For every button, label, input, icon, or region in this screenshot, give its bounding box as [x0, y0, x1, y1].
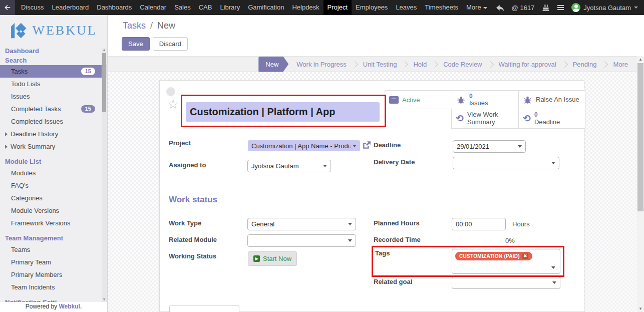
- webkul-logo[interactable]: WEBKUL: [0, 15, 107, 46]
- user-menu[interactable]: Jyotsna Gautam: [571, 3, 638, 12]
- sidebar-item-module-versions[interactable]: Module Versions: [0, 204, 107, 217]
- mention-counter[interactable]: @ 1617: [512, 4, 535, 12]
- active-toggle-button[interactable]: Active: [385, 91, 452, 109]
- sidebar-header-search[interactable]: Search: [0, 56, 107, 65]
- footer-brand-link[interactable]: Webkul.: [59, 303, 82, 310]
- deadline-field-value: 29/01/2021: [457, 143, 516, 150]
- stage-unit-testing[interactable]: Unit Testing: [357, 61, 403, 68]
- sidebar-header-team-management[interactable]: Team Management: [0, 233, 107, 243]
- sidebar-item-completed-issues[interactable]: Completed Issues: [0, 115, 107, 128]
- nav-item-discuss[interactable]: Discuss: [17, 0, 48, 15]
- nav-item-helpdesk[interactable]: Helpdesk: [288, 0, 323, 15]
- stage-code-review[interactable]: Code Review: [437, 61, 488, 68]
- deadline-count-button[interactable]: ⟲ 0Deadline: [518, 109, 585, 128]
- sidebar-item-issues[interactable]: Issues: [0, 90, 107, 103]
- reply-icon[interactable]: [496, 4, 504, 12]
- sidebar-item-work-summary[interactable]: Work Summary: [0, 140, 107, 153]
- project-field-label: Project: [169, 139, 191, 147]
- related-module-field-input[interactable]: [247, 234, 356, 247]
- sidebar-item-tasks[interactable]: Tasks 15: [0, 65, 107, 78]
- nav-item-leaves[interactable]: Leaves: [392, 0, 421, 15]
- task-title-input[interactable]: Customization | Platform | App: [186, 102, 380, 122]
- scroll-down-icon[interactable]: ▼: [102, 297, 107, 302]
- favorite-star-icon[interactable]: ☆: [167, 98, 179, 111]
- main-content-area: ☆ Customization | Platform | App Active …: [108, 72, 637, 312]
- notebook-tab-stub[interactable]: [169, 305, 239, 312]
- nav-item-timesheets[interactable]: Timesheets: [421, 0, 462, 15]
- nav-item-employees[interactable]: Employees: [352, 0, 392, 15]
- scroll-down-icon[interactable]: ▼: [637, 305, 644, 312]
- hamburger-menu-icon[interactable]: [557, 5, 564, 10]
- dropdown-caret-icon: [348, 223, 352, 225]
- sidebar-item-deadline-history[interactable]: Deadline History: [0, 128, 107, 140]
- work-type-field-input[interactable]: General: [247, 218, 356, 230]
- sidebar-header-module-list[interactable]: Module List: [0, 157, 107, 167]
- tasks-count-badge: 15: [81, 68, 95, 75]
- tag-remove-icon[interactable]: ✖: [522, 253, 528, 259]
- stage-new[interactable]: New: [258, 57, 288, 72]
- stage-work-in-progress[interactable]: Work in Progress: [290, 61, 352, 68]
- scroll-up-icon[interactable]: ▲: [102, 48, 107, 53]
- stage-more[interactable]: More: [607, 61, 634, 68]
- sidebar-item-framework-versions[interactable]: Framework Versions: [0, 217, 107, 229]
- history-icon: ⟲: [523, 114, 531, 123]
- related-goal-field-input[interactable]: [452, 276, 560, 289]
- assigned-to-field-input[interactable]: Jyotsna Gautam: [247, 160, 331, 172]
- issues-button[interactable]: 0Issues: [452, 91, 518, 109]
- stage-pending[interactable]: Pending: [567, 61, 603, 68]
- nav-item-sales[interactable]: Sales: [170, 0, 195, 15]
- breadcrumb-parent-link[interactable]: Tasks: [123, 21, 146, 31]
- sidebar-scrollbar-thumb[interactable]: [102, 53, 106, 112]
- issues-label: Issues: [469, 99, 488, 107]
- sidebar-item-teams[interactable]: Teams: [0, 243, 107, 256]
- discard-button[interactable]: Discard: [153, 37, 188, 51]
- user-avatar: [571, 3, 580, 12]
- stage-waiting-for-approval[interactable]: Waiting for approval: [493, 61, 562, 68]
- stage-hold[interactable]: Hold: [407, 61, 433, 68]
- sidebar-item-todo-lists[interactable]: Todo Lists: [0, 78, 107, 90]
- nav-item-cab[interactable]: CAB: [195, 0, 216, 15]
- nav-item-project[interactable]: Project: [324, 0, 352, 15]
- project-field-value: Customization | App Name - Produ: [251, 142, 351, 150]
- delivery-date-field-input[interactable]: [453, 157, 559, 169]
- save-button[interactable]: Save: [122, 37, 150, 51]
- chevron-down-icon: [483, 7, 487, 9]
- main-scrollbar[interactable]: ▲ ▼: [637, 56, 644, 312]
- tags-field-input[interactable]: CUSTOMIZATION (PAID) ✖: [452, 249, 560, 274]
- sidebar-item-categories[interactable]: Categories: [0, 192, 107, 204]
- sidebar-item-label: Completed Issues: [11, 115, 95, 128]
- sidebar-item-label: Todo Lists: [11, 78, 95, 90]
- sidebar-item-team-incidents[interactable]: Team Incidents: [0, 281, 107, 293]
- sidebar-item-completed-tasks[interactable]: Completed Tasks 15: [0, 103, 107, 115]
- sidebar-item-primary-team[interactable]: Primary Team: [0, 256, 107, 268]
- footer-prefix: Powered by: [26, 303, 59, 310]
- sidebar-scrollbar[interactable]: ▲ ▼: [102, 48, 107, 302]
- nav-item-calendar[interactable]: Calendar: [136, 0, 170, 15]
- nav-item-dashboards[interactable]: Dashboards: [93, 0, 136, 15]
- bug-icon: [456, 95, 466, 105]
- nav-item-library[interactable]: Library: [216, 0, 244, 15]
- kanban-state-icon[interactable]: [166, 87, 175, 96]
- sidebar-item-faqs[interactable]: FAQ's: [0, 179, 107, 192]
- view-work-summary-button[interactable]: ⟲ View Work Summary: [452, 109, 518, 128]
- back-button[interactable]: [0, 0, 15, 15]
- nav-item-more[interactable]: More: [462, 0, 491, 15]
- top-navbar: Discuss Leaderboard Dashboards Calendar …: [0, 0, 644, 15]
- raise-an-issue-button[interactable]: Raise An Issue: [518, 91, 585, 109]
- nav-item-gamification[interactable]: Gamification: [244, 0, 288, 15]
- project-field-input[interactable]: Customization | App Name - Produ: [248, 140, 360, 151]
- nav-item-leaderboard[interactable]: Leaderboard: [48, 0, 93, 15]
- deadline-count: 0: [534, 111, 560, 118]
- external-link-icon[interactable]: [362, 141, 371, 150]
- cake-icon[interactable]: [542, 4, 550, 12]
- deadline-field-input[interactable]: 29/01/2021: [453, 140, 526, 153]
- sidebar-item-label: Modules: [11, 167, 95, 179]
- start-now-button[interactable]: ▶ Start Now: [248, 251, 297, 266]
- sidebar-item-primary-members[interactable]: Primary Members: [0, 268, 107, 281]
- issues-button-text: 0Issues: [469, 93, 488, 107]
- sidebar-item-modules[interactable]: Modules: [0, 167, 107, 179]
- scroll-up-icon[interactable]: ▲: [637, 56, 644, 63]
- sidebar-header-dashboard[interactable]: Dashboard: [0, 46, 107, 56]
- planned-hours-field-input[interactable]: 00:00: [452, 218, 506, 230]
- main-scrollbar-thumb[interactable]: [637, 63, 643, 211]
